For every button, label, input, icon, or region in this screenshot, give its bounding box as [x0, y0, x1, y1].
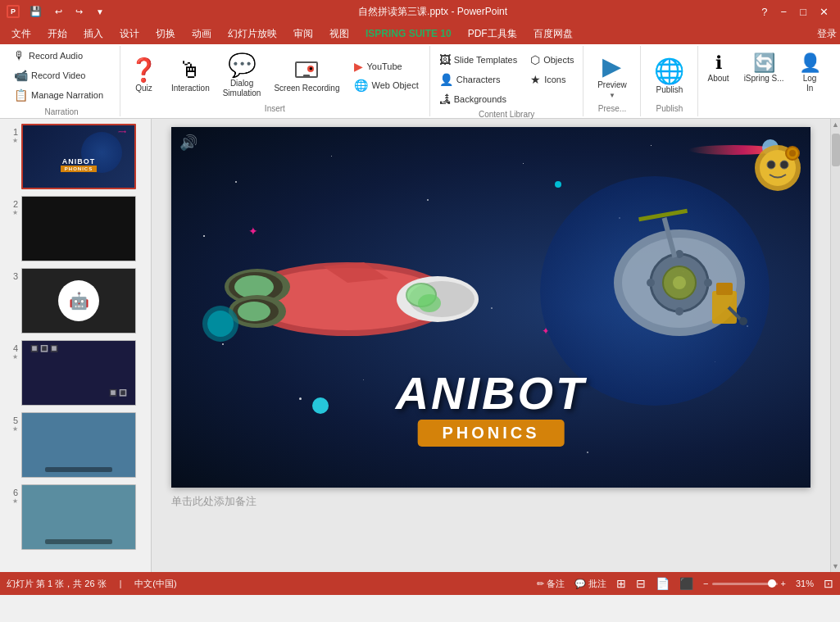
svg-point-22: [789, 150, 796, 157]
menu-pdf[interactable]: PDF工具集: [460, 24, 525, 44]
slide-thumb-5[interactable]: [21, 412, 136, 478]
record-audio-button[interactable]: 🎙 Record Audio: [8, 47, 115, 65]
slide-item-4[interactable]: 4 ★ 🔲 🔳 🔲 🔲 🔳: [3, 338, 148, 407]
notes-area[interactable]: 单击此处添加备注: [171, 488, 810, 515]
help-button[interactable]: ?: [756, 4, 772, 20]
slide-item-1[interactable]: 1 ★ ⟿ ANIBOT PHONICS: [3, 122, 148, 191]
slide-number-1: 1: [7, 124, 18, 137]
close-button[interactable]: ✕: [815, 4, 833, 20]
objects-button[interactable]: ⬡ Objects: [524, 51, 579, 69]
vertical-scrollbar[interactable]: ▲ ▼: [830, 119, 840, 572]
presentation-group: ▶ Preview ▼ Prese...: [583, 46, 641, 116]
menu-view[interactable]: 视图: [321, 24, 357, 44]
redo-button[interactable]: ↪: [70, 5, 88, 19]
zoom-slider[interactable]: − +: [703, 579, 786, 588]
cyan-dot-1: [555, 181, 561, 188]
quiz-icon: ❓: [129, 59, 158, 82]
save-button[interactable]: 💾: [25, 4, 47, 19]
objects-icon: ⬡: [530, 53, 540, 66]
zoom-minus[interactable]: −: [703, 579, 708, 588]
slide-thumb-3[interactable]: 🤖: [21, 268, 136, 334]
menu-insert[interactable]: 插入: [75, 24, 111, 44]
slide-item-6[interactable]: 6 ★: [3, 483, 148, 552]
interaction-icon: 🖱: [179, 59, 202, 82]
icons-button[interactable]: ★ Icons: [524, 70, 579, 89]
characters-button[interactable]: 👤 Characters: [434, 70, 523, 89]
slide-canvas[interactable]: ✦ ✦ 🔊: [171, 127, 810, 488]
menu-design[interactable]: 设计: [111, 24, 148, 44]
quiz-button[interactable]: ❓ Quiz: [124, 56, 164, 97]
slide5-bar: [45, 467, 113, 472]
publish-button[interactable]: 🌐 Publish: [648, 56, 690, 98]
slide-num-col-4: 4 ★: [5, 340, 18, 361]
notes-label[interactable]: ✏ 备注: [537, 578, 565, 590]
scroll-up-arrow[interactable]: ▲: [830, 119, 840, 130]
youtube-button[interactable]: ▶ YouTube: [348, 57, 424, 75]
menu-animations[interactable]: 动画: [184, 24, 220, 44]
language-indicator: 中文(中国): [134, 578, 176, 590]
slide-item-2[interactable]: 2 ★: [3, 194, 148, 263]
slide-item-5[interactable]: 5 ★: [3, 411, 148, 479]
fit-icon[interactable]: ⊡: [824, 577, 833, 590]
log-in-button[interactable]: 👤 LogIn: [793, 51, 827, 97]
menu-file[interactable]: 文件: [3, 24, 39, 44]
svg-point-19: [767, 161, 775, 169]
about-button[interactable]: ℹ About: [702, 51, 734, 97]
view-slide-icon[interactable]: ⬛: [679, 577, 693, 590]
slide-number-4: 4: [7, 340, 18, 353]
icons-icon: ★: [530, 73, 541, 86]
cl-col-2: ⬡ Objects ★ Icons: [524, 51, 579, 89]
slide4-objects2: 🔲 🔳: [109, 389, 127, 397]
slide-thumb-1[interactable]: ⟿ ANIBOT PHONICS: [21, 124, 136, 189]
window-title: 自然拼读第三课.pptx - PowerPoint: [109, 5, 756, 19]
view-grid-icon[interactable]: ⊟: [636, 577, 646, 590]
menu-review[interactable]: 审阅: [285, 24, 321, 44]
scroll-down-arrow[interactable]: ▼: [830, 561, 840, 572]
ispring-suite-button[interactable]: 🔄 iSpring S...: [738, 51, 790, 97]
login-button[interactable]: 登录: [817, 27, 837, 41]
zoom-track[interactable]: [712, 583, 778, 585]
slide-thumb-4[interactable]: 🔲 🔳 🔲 🔲 🔳: [21, 340, 136, 406]
slide-templates-button[interactable]: 🖼 Slide Templates: [434, 51, 523, 69]
dialog-simulation-button[interactable]: 💬 DialogSimulation: [217, 51, 267, 102]
backgrounds-icon: 🏞: [439, 93, 451, 106]
slide-thumb-2[interactable]: [21, 196, 136, 261]
interaction-button[interactable]: 🖱 Interaction: [166, 56, 216, 97]
slide-thumb-6[interactable]: [21, 484, 136, 550]
svg-point-20: [780, 161, 788, 169]
pub-buttons: 🌐 Publish: [644, 48, 694, 102]
zoom-plus[interactable]: +: [781, 579, 786, 588]
cl-col-1: 🖼 Slide Templates 👤 Characters 🏞 Backgro…: [434, 51, 523, 108]
menu-slideshow[interactable]: 幻灯片放映: [220, 24, 285, 44]
view-reading-icon[interactable]: 📄: [656, 577, 670, 590]
pub-label: Publish: [644, 102, 694, 115]
menu-ispring[interactable]: ISPRING SUITE 10: [357, 25, 460, 43]
record-video-button[interactable]: 📹 Record Video: [8, 66, 115, 84]
slide-number-2: 2: [7, 196, 18, 209]
minimize-button[interactable]: −: [776, 4, 792, 20]
customize-button[interactable]: ▼: [91, 6, 109, 18]
svg-rect-14: [716, 283, 733, 295]
menu-transitions[interactable]: 切换: [148, 24, 184, 44]
slide-num-col-3: 3: [5, 268, 18, 281]
about-buttons: ℹ About 🔄 iSpring S... 👤 LogIn: [702, 48, 826, 115]
zoom-level[interactable]: 31%: [796, 579, 814, 588]
backgrounds-button[interactable]: 🏞 Backgrounds: [434, 90, 523, 108]
menu-baidu[interactable]: 百度网盘: [525, 24, 581, 44]
web-object-button[interactable]: 🌐 Web Object: [348, 76, 424, 94]
narration-label: Narration: [8, 106, 115, 116]
status-indicator: |: [120, 579, 122, 588]
user-icon: 👤: [799, 54, 821, 72]
slide-item-3[interactable]: 3 🤖: [3, 266, 148, 335]
view-normal-icon[interactable]: ⊞: [616, 577, 626, 590]
right-spacecraft: [597, 193, 761, 356]
manage-narration-button[interactable]: 📋 Manage Narration: [8, 86, 115, 104]
undo-button[interactable]: ↩: [50, 5, 67, 19]
menu-home[interactable]: 开始: [39, 24, 75, 44]
preview-button[interactable]: ▶ Preview ▼: [592, 51, 633, 102]
anibot-title: ANIBOT PHONICS: [396, 366, 587, 447]
scroll-thumb[interactable]: [832, 134, 840, 166]
comments-label[interactable]: 💬 批注: [574, 578, 606, 590]
screen-recording-button[interactable]: ● Screen Recording: [268, 56, 345, 97]
maximize-button[interactable]: □: [795, 4, 811, 20]
